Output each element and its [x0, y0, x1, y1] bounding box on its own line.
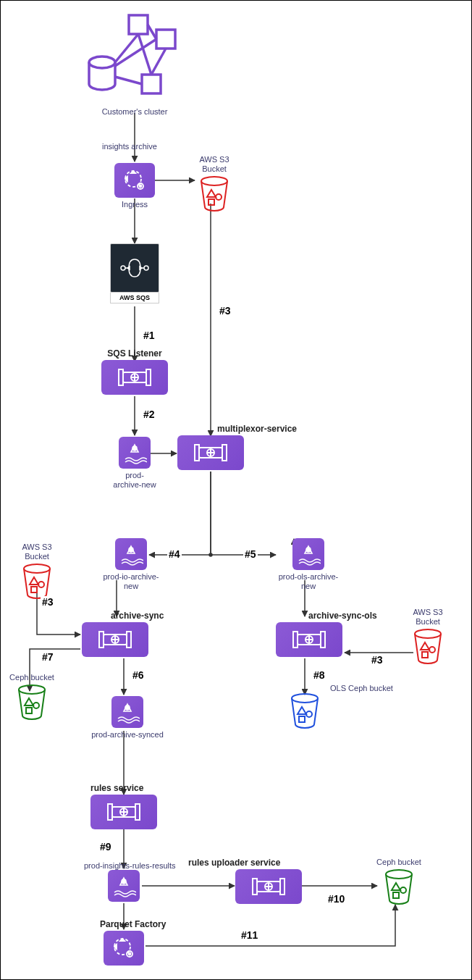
svg-rect-50	[195, 445, 199, 461]
edge-num-7: #7	[41, 651, 55, 663]
svg-rect-21	[156, 30, 175, 49]
edge-num-4: #4	[167, 548, 182, 560]
prod-io-label: prod-io-archive-new	[98, 572, 164, 591]
s3-top-label: AWS S3 Bucket	[189, 155, 240, 174]
sqs-icon	[110, 243, 159, 293]
svg-point-113	[129, 953, 131, 955]
svg-marker-86	[298, 707, 306, 714]
svg-point-19	[89, 56, 115, 68]
ceph-right-label: Ceph bucket	[374, 858, 424, 867]
rules-service-title: rules service	[90, 783, 157, 793]
pipeline-icon	[235, 869, 302, 904]
svg-line-25	[151, 49, 166, 75]
svg-rect-93	[108, 804, 112, 820]
bucket-icon	[21, 563, 53, 599]
node-prod-io-archive-new: K prod-io-archive-new	[98, 538, 164, 591]
pipeline-icon	[101, 360, 168, 395]
node-s3-left: AWS S3 Bucket	[12, 540, 62, 602]
svg-text:K: K	[130, 548, 132, 552]
pipeline-icon	[276, 622, 342, 657]
svg-point-35	[216, 194, 222, 200]
svg-rect-102	[253, 879, 257, 895]
node-prod-archive-synced: K prod-archive-synced	[91, 696, 164, 740]
svg-point-37	[144, 266, 148, 270]
svg-point-32	[201, 177, 227, 185]
gear-cycle-icon	[104, 931, 144, 966]
svg-marker-33	[207, 190, 216, 197]
node-ceph-left: Ceph bucket	[7, 671, 57, 723]
kafka-icon: K	[119, 437, 151, 469]
svg-marker-66	[421, 642, 429, 650]
bucket-icon	[289, 692, 321, 729]
node-multiplexor: multiplexor-service	[177, 424, 244, 470]
edge-num-3b: #3	[41, 596, 55, 608]
svg-rect-51	[222, 445, 227, 461]
node-ceph-right: Ceph bucket	[374, 855, 424, 908]
svg-rect-70	[99, 632, 104, 648]
svg-point-36	[121, 266, 125, 270]
svg-point-107	[386, 870, 412, 879]
svg-rect-87	[299, 716, 305, 722]
node-s3-top: AWS S3 Bucket	[189, 153, 240, 214]
node-rules-uploader: rules uploader service	[235, 858, 302, 904]
pipeline-icon	[90, 795, 157, 829]
edge-num-8: #8	[312, 669, 326, 681]
bucket-icon	[198, 175, 230, 212]
node-ols-ceph	[287, 692, 323, 732]
svg-point-84	[33, 703, 39, 708]
node-ingress: Ingress	[114, 163, 155, 209]
svg-text:K: K	[122, 879, 125, 884]
kafka-icon: K	[108, 870, 140, 902]
edge-num-11: #11	[240, 929, 259, 941]
svg-rect-20	[129, 15, 148, 34]
prod-archive-synced-label: prod-archive-synced	[91, 730, 164, 740]
edges-svg	[1, 1, 472, 980]
edge-num-6: #6	[131, 669, 146, 681]
node-archive-sync-ols: archive-sync-ols	[276, 611, 342, 657]
svg-point-61	[24, 564, 50, 573]
svg-text:K: K	[307, 548, 310, 552]
node-prod-archive-new: K prod- archive-new	[114, 437, 155, 490]
kafka-icon: K	[292, 538, 324, 570]
edge-num-10: #10	[326, 893, 346, 905]
node-prod-ols-archive-new: K prod-ols-archive-new	[272, 538, 345, 591]
node-s3-right: AWS S3 Bucket	[403, 606, 453, 667]
prod-ols-label: prod-ols-archive-new	[272, 572, 345, 591]
edge-num-3c: #3	[370, 654, 384, 666]
ingress-icon	[114, 163, 155, 198]
sqs-label: AWS SQS	[110, 293, 159, 303]
ols-ceph-label: OLS Ceph bucket	[330, 684, 393, 693]
svg-text:K: K	[133, 446, 136, 451]
pipeline-icon	[177, 435, 244, 470]
edge-num-3a: #3	[218, 305, 232, 317]
svg-rect-76	[293, 632, 298, 648]
kafka-icon: K	[111, 696, 143, 728]
rules-uploader-title: rules uploader service	[188, 858, 302, 868]
svg-rect-109	[393, 892, 399, 898]
svg-rect-67	[422, 652, 428, 658]
svg-rect-34	[208, 199, 214, 205]
node-rules-service: rules service	[90, 783, 157, 829]
svg-marker-82	[25, 698, 33, 705]
archive-sync-ols-title: archive-sync-ols	[308, 611, 342, 621]
svg-rect-77	[321, 632, 325, 648]
node-sqs-listener: SQS Listener	[101, 348, 168, 395]
cluster-icon	[84, 8, 185, 102]
svg-marker-108	[392, 883, 400, 890]
node-customer-cluster: Customer's cluster	[84, 8, 185, 117]
node-parquet-factory: Parquet Factory	[104, 919, 144, 966]
svg-point-68	[429, 647, 435, 653]
svg-rect-63	[31, 587, 37, 592]
s3-left-label: AWS S3 Bucket	[12, 543, 62, 561]
bucket-icon	[16, 684, 48, 720]
edge-num-1: #1	[142, 330, 156, 341]
pipeline-icon	[82, 622, 148, 657]
svg-rect-22	[142, 75, 161, 93]
svg-rect-42	[146, 369, 151, 385]
multiplexor-title: multiplexor-service	[217, 424, 244, 434]
svg-line-27	[115, 39, 156, 66]
ingress-label: Ingress	[114, 200, 155, 209]
prod-archive-new-label: prod- archive-new	[109, 471, 160, 490]
svg-rect-103	[280, 879, 285, 895]
diagram-canvas: insights archive #1 #2 #3 #4 #5 #3 #3 #6…	[0, 0, 472, 980]
